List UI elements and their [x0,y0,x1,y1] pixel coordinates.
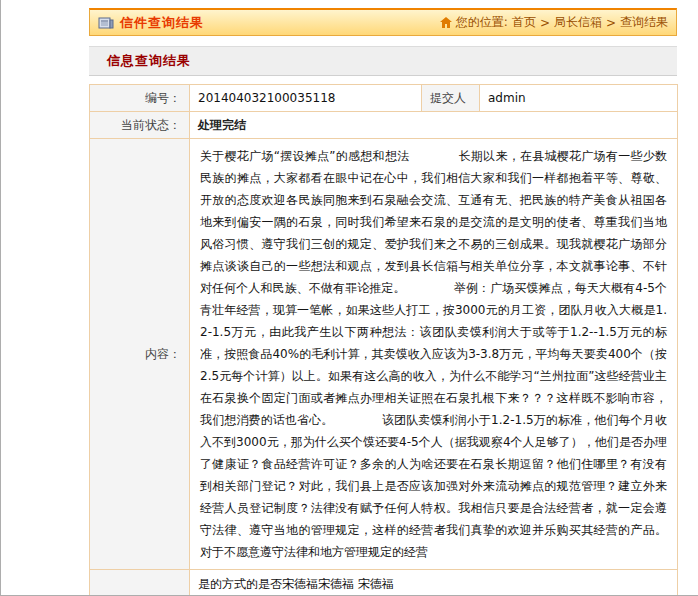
breadcrumb-label: 您的位置: [456,14,508,31]
status-label: 当前状态： [90,112,190,139]
page: 信件查询结果 您的位置: 首页 > 局长信箱 > 查询结果 信息查询结果 [0,0,698,596]
table-row-content: 内容： 关于樱花广场“摆设摊点”的感想和想法 长期以来，在县城樱花广场有一些少数… [90,139,678,570]
breadcrumb: 您的位置: 首页 > 局长信箱 > 查询结果 [440,14,668,31]
breadcrumb-current: 查询结果 [620,14,668,31]
result-table: 编号： 201404032100035118 提交人 admin 当前状态： 处… [89,84,678,596]
breadcrumb-separator: > [540,16,550,30]
submitter-value: admin [480,85,678,112]
number-label: 编号： [90,85,190,112]
status-value: 处理完结 [190,112,678,139]
main-content: 信件查询结果 您的位置: 首页 > 局长信箱 > 查询结果 信息查询结果 [89,8,677,596]
table-row-result: 处理结果: 是的方式的是否宋德福宋德福 宋德福 [90,570,678,596]
breadcrumb-mailbox-link[interactable]: 局长信箱 [554,14,602,31]
table-row-status: 当前状态： 处理完结 [90,112,678,139]
table-row-number: 编号： 201404032100035118 提交人 admin [90,85,678,112]
submitter-label: 提交人 [422,85,480,112]
breadcrumb-home-link[interactable]: 首页 [512,14,536,31]
result-value: 是的方式的是否宋德福宋德福 宋德福 [190,570,678,596]
section-title: 信息查询结果 [107,52,191,70]
result-label: 处理结果: [90,570,190,596]
header-left: 信件查询结果 [98,14,204,32]
content-label: 内容： [90,139,190,570]
section-header: 信息查询结果 [89,46,677,76]
home-icon [440,17,452,28]
breadcrumb-separator: > [606,16,616,30]
content-value: 关于樱花广场“摆设摊点”的感想和想法 长期以来，在县城樱花广场有一些少数民族的摊… [190,139,678,570]
mail-icon [98,16,114,30]
number-value: 201404032100035118 [190,85,422,112]
page-title: 信件查询结果 [120,14,204,32]
header-bar: 信件查询结果 您的位置: 首页 > 局长信箱 > 查询结果 [89,8,677,36]
